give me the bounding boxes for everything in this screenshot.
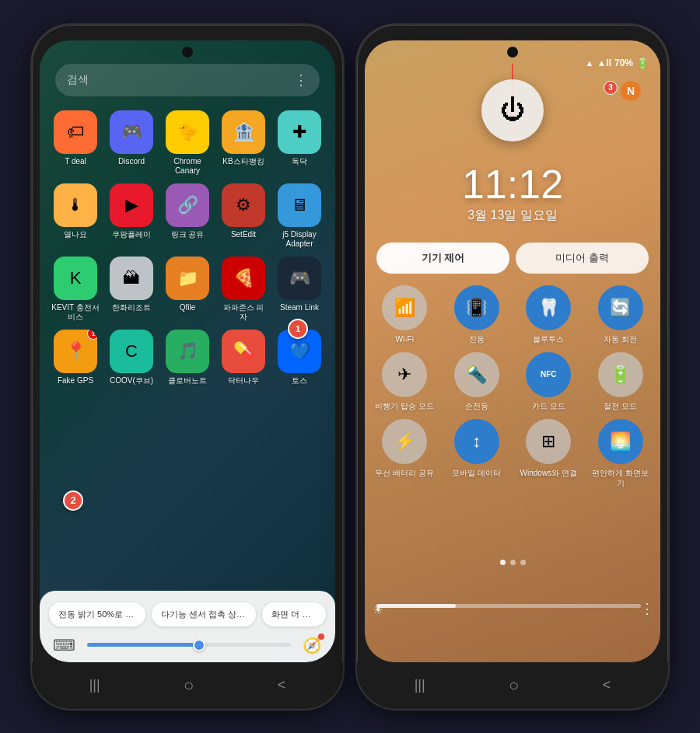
toggle-item-rotation: 🔄자동 회전 — [589, 285, 653, 344]
suggestion-chip-1[interactable]: 다기능 센서 접촉 상태 알려줘 — [152, 602, 257, 627]
cp-brightness-bar[interactable] — [376, 604, 641, 608]
app-icon-steamlink: 🎮 — [278, 257, 321, 300]
app-discord[interactable]: 🎮Discord — [107, 110, 156, 176]
app-steamlink[interactable]: 🎮Steam Link — [275, 257, 324, 322]
app-label-tdeal: T deal — [65, 157, 86, 166]
nav-recent[interactable]: ||| — [89, 677, 100, 693]
toggle-item-windows-connect: ⊞Windows와 연결 — [516, 419, 581, 488]
nav2-back[interactable]: < — [603, 677, 611, 693]
toggle-label-wifi: Wi-Fi — [396, 334, 414, 344]
cp-brightness-fill — [376, 604, 456, 608]
keyboard-icon[interactable]: ⌨ — [53, 636, 75, 654]
app-icon-kevit: K — [54, 257, 97, 300]
app-tokduck[interactable]: ✚독닥 — [275, 110, 324, 176]
app-tdeal[interactable]: 🏷T deal — [51, 110, 100, 176]
app-qfile[interactable]: 📁Qfile — [163, 257, 212, 322]
brightness-handle[interactable] — [193, 639, 205, 651]
annotation-1: 1 — [288, 319, 308, 339]
toggle-btn-powersave[interactable]: 🔋 — [598, 352, 643, 397]
toggle-btn-wireless-charging[interactable]: ⚡ — [382, 419, 427, 464]
app-icon-yeolnayo: 🌡 — [54, 183, 97, 227]
nav2-home[interactable]: ○ — [509, 675, 519, 696]
toggle-btn-mobile-data[interactable]: ↕ — [454, 419, 499, 464]
notification-n-badge: N — [621, 81, 641, 101]
toggle-item-nfc: NFC카드 모드 — [516, 352, 581, 411]
toggle-label-mobile-data: 모바일 데이터 — [452, 468, 501, 478]
app-kevit[interactable]: KKEVIT 충전서비스 — [51, 257, 100, 322]
toggle-btn-rotation[interactable]: 🔄 — [598, 285, 643, 330]
app-linkshare[interactable]: 🔗링크 공유 — [163, 183, 212, 249]
app-grid: 🏷T deal🎮Discord🐤Chrome Canary🏦KB스타뱅킹✚독닥🌡… — [51, 110, 324, 386]
toggle-btn-easy-view[interactable]: 🌅 — [598, 419, 643, 464]
app-setedit[interactable]: ⚙SetEdit — [219, 183, 268, 249]
tab-device-control[interactable]: 기기 제어 — [376, 243, 509, 274]
toggle-btn-windows-connect[interactable]: ⊞ — [526, 419, 571, 464]
camera-notch-phone1 — [182, 47, 193, 58]
toggle-item-vibrate: 📳진동 — [445, 285, 509, 344]
toggle-btn-airplane[interactable]: ✈ — [382, 352, 427, 397]
search-menu-icon[interactable]: ⋮ — [294, 72, 308, 89]
dot-3 — [520, 560, 526, 565]
toggle-item-flashlight: 🔦손전등 — [445, 352, 509, 411]
toggle-btn-flashlight[interactable]: 🔦 — [454, 352, 499, 397]
app-hanwha[interactable]: 🏔한화리조트 — [107, 257, 156, 322]
dot-2 — [510, 560, 516, 565]
app-label-discord: Discord — [118, 157, 145, 166]
toggle-label-powersave: 절전 모드 — [604, 401, 637, 411]
search-placeholder: 검색 — [67, 73, 294, 87]
app-icon-hanwha: 🏔 — [110, 257, 153, 300]
toggle-item-airplane: ✈비행기 탑승 모드 — [373, 352, 437, 411]
toggle-label-vibrate: 진동 — [469, 334, 485, 344]
toggle-btn-wifi[interactable]: 📶 — [382, 285, 427, 330]
toggle-label-windows-connect: Windows와 연결 — [520, 468, 577, 478]
toggle-item-bluetooth: 🦷블루투스 — [516, 285, 581, 344]
app-label-papajohns: 파파존스 피자 — [219, 303, 268, 322]
annotation-2: 2 — [63, 490, 83, 511]
suggestion-row: 전동 밝기 50%로 설정해춰다기능 센서 접촉 상태 알려줘화면 더 밝게 해 — [49, 602, 326, 627]
app-chrome-canary[interactable]: 🐤Chrome Canary — [163, 110, 212, 176]
cp-more-icon[interactable]: ⋮ — [640, 600, 654, 617]
cp-toggle-grid: 📶Wi-Fi📳진동🦷블루투스🔄자동 회전✈비행기 탑승 모드🔦손전등NFC카드 … — [373, 285, 653, 488]
nav-home[interactable]: ○ — [184, 675, 194, 696]
app-yeolnayo[interactable]: 🌡열나요 — [51, 183, 100, 249]
toggle-btn-bluetooth[interactable]: 🦷 — [526, 285, 571, 330]
app-coov[interactable]: CCOOV(쿠브) — [107, 330, 156, 386]
app-docternow[interactable]: 💊닥터나우 — [219, 330, 268, 386]
app-icon-kb: 🏦 — [222, 110, 265, 154]
phone1-screen: 검색 ⋮ 🏷T deal🎮Discord🐤Chrome Canary🏦KB스타뱅… — [40, 40, 335, 662]
app-icon-linkshare: 🔗 — [166, 183, 209, 227]
cp-time: 11:12 — [365, 161, 660, 208]
app-j5[interactable]: 🖥j5 Display Adapter — [275, 183, 324, 249]
toggle-btn-nfc[interactable]: NFC — [526, 352, 571, 397]
app-label-coov: COOV(쿠브) — [110, 376, 153, 386]
toggle-btn-vibrate[interactable]: 📳 — [454, 285, 499, 330]
tab-media-output[interactable]: 미디어 출력 — [516, 243, 649, 274]
app-cloudenote[interactable]: 🎵클로버노트 — [163, 330, 212, 386]
nav-back[interactable]: < — [278, 677, 286, 693]
phone1-navbar: ||| ○ < — [32, 662, 343, 709]
app-icon-coupang: ▶ — [110, 183, 153, 227]
app-fakegps[interactable]: 📍1Fake GPS — [51, 330, 100, 386]
power-button[interactable]: ⏻ — [481, 79, 544, 141]
toggle-label-flashlight: 손전등 — [465, 401, 488, 411]
app-icon-fakegps: 📍1 — [54, 330, 97, 373]
toggle-label-wireless-charging: 무선 배터리 공유 — [375, 468, 434, 478]
compass-icon[interactable]: 🧭 — [303, 636, 322, 654]
toggle-item-powersave: 🔋절전 모드 — [589, 352, 653, 411]
nav2-recent[interactable]: ||| — [415, 677, 425, 693]
dot-1 — [500, 560, 506, 565]
brightness-bar[interactable] — [87, 643, 291, 647]
suggestion-chip-0[interactable]: 전동 밝기 50%로 설정해춰 — [49, 602, 145, 627]
bottom-panel: 전동 밝기 50%로 설정해춰다기능 센서 접촉 상태 알려줘화면 더 밝게 해… — [40, 591, 335, 662]
search-bar[interactable]: 검색 ⋮ — [55, 64, 320, 96]
app-icon-setedit: ⚙ — [222, 183, 265, 227]
brightness-fill — [87, 643, 199, 647]
app-label-chrome-canary: Chrome Canary — [163, 157, 212, 176]
app-coupang[interactable]: ▶쿠팡플레이 — [107, 183, 156, 249]
camera-notch-phone2 — [507, 47, 518, 58]
app-label-yeolnayo: 열나요 — [64, 230, 87, 239]
suggestion-chip-2[interactable]: 화면 더 밝게 해 — [262, 602, 326, 627]
app-kb[interactable]: 🏦KB스타뱅킹 — [219, 110, 268, 176]
app-papajohns[interactable]: 🍕파파존스 피자 — [219, 257, 268, 322]
phone2-screen: ▲ ▲ll 70% 🔋 ⏻ 3 N 11:12 3월 13일 일요일 기기 제어… — [365, 40, 660, 662]
